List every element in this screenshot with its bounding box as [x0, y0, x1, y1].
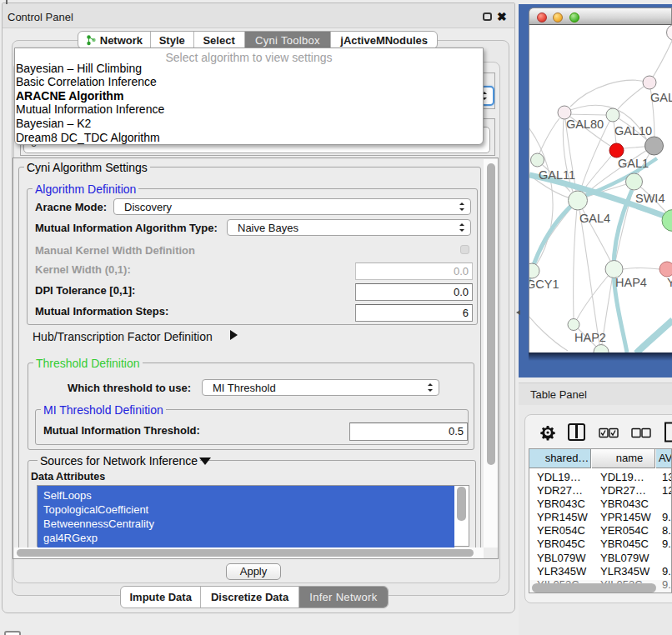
svg-text:GCY1: GCY1 — [529, 278, 559, 291]
svg-text:YL: YL — [667, 276, 672, 289]
svg-text:GAL4: GAL4 — [579, 212, 610, 225]
svg-text:HAP2: HAP2 — [574, 331, 606, 344]
svg-text:GAL1: GAL1 — [618, 157, 649, 170]
svg-text:SWI4: SWI4 — [635, 192, 664, 205]
svg-text:GAL2: GAL2 — [650, 91, 672, 104]
svg-text:GAL80: GAL80 — [566, 118, 604, 131]
svg-text:GAL11: GAL11 — [539, 168, 575, 182]
svg-text:GAL10: GAL10 — [614, 124, 652, 138]
svg-text:HAP4: HAP4 — [615, 276, 647, 289]
